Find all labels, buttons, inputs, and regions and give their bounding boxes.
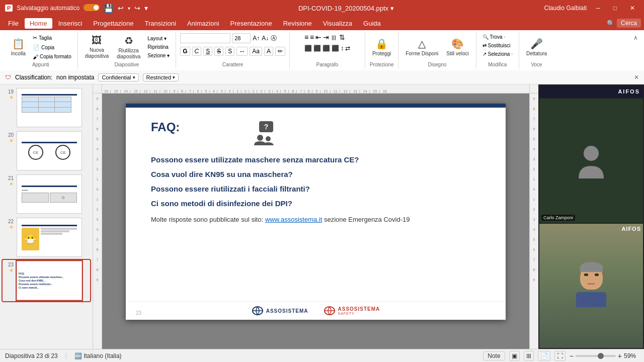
font-size-input[interactable]: 28 — [232, 33, 251, 43]
slide-thumb-19[interactable]: 19 ★ — [3, 87, 90, 128]
reuse-slide-button[interactable]: ♻ Riutilizzadiapositiva — [114, 34, 143, 61]
slide-canvas-wrapper[interactable]: FAQ: ? — [102, 94, 529, 349]
menu-progettazione[interactable]: Progettazione — [88, 18, 138, 29]
language-indicator[interactable]: 🔤 Italiano (Italia) — [74, 352, 122, 359]
menu-guida[interactable]: Guida — [358, 18, 386, 29]
language-label: Italiano (Italia) — [84, 352, 121, 359]
justify-btn[interactable]: ⬛ — [332, 45, 339, 52]
zoom-level[interactable]: 59% — [624, 352, 639, 359]
slide-panel[interactable]: 19 ★ 20 ★ CE CE — [0, 84, 93, 349]
search-icon: 🔍 — [607, 20, 615, 27]
menu-presentazione[interactable]: Presentazione — [225, 18, 277, 29]
bullet-btn[interactable]: ≡ — [304, 33, 308, 41]
menu-revisione[interactable]: Revisione — [278, 18, 317, 29]
menu-home[interactable]: Home — [25, 18, 52, 29]
case-btn[interactable]: Aa — [250, 47, 262, 56]
drawing-label: Disegno — [428, 62, 447, 67]
maximize-btn[interactable]: □ — [609, 4, 621, 13]
minimize-btn[interactable]: ─ — [592, 4, 604, 13]
indent-left-btn[interactable]: ⇤ — [315, 33, 321, 41]
align-center-btn[interactable]: ⬛ — [313, 45, 321, 52]
footer-logo-1: ASSOSISTEMA — [252, 306, 308, 316]
slide-thumb-22[interactable]: 22 ★ 😷 — [3, 217, 90, 258]
clear-format-icon[interactable]: Ⓐ — [271, 34, 277, 43]
indent-right-btn[interactable]: ⇥ — [323, 33, 329, 41]
undo-dropdown[interactable]: ▾ — [128, 6, 130, 11]
highlight-btn[interactable]: ✏ — [275, 47, 285, 56]
filename-dropdown[interactable]: ▾ — [390, 5, 394, 12]
menu-inserisci[interactable]: Inserisci — [53, 18, 88, 29]
classification-close[interactable]: ✕ — [634, 74, 639, 81]
close-btn[interactable]: ✕ — [626, 4, 639, 13]
font-name-input[interactable] — [180, 33, 230, 43]
protect-button[interactable]: 🔒 Proteggi — [369, 37, 394, 58]
normal-view-btn[interactable]: ▣ — [509, 351, 520, 361]
menu-file[interactable]: File — [3, 18, 24, 29]
undo-icon[interactable]: ↩ — [118, 4, 124, 12]
align-right-btn[interactable]: ⬛ — [323, 45, 330, 52]
select-button[interactable]: ↗ Seleziona · — [480, 50, 515, 58]
shadow-btn[interactable]: S — [225, 47, 234, 56]
person-silhouette-1 — [576, 143, 606, 178]
copy-button[interactable]: 📄 Copia — [31, 43, 73, 52]
paste-button[interactable]: 📋 Incolla — [8, 37, 29, 58]
slide-preview-22: 😷 — [17, 218, 82, 257]
zoom-control: − + 59% — [570, 352, 639, 360]
sort-btn[interactable]: ⇅ — [339, 33, 345, 41]
reading-view-btn[interactable]: 📄 — [538, 351, 550, 361]
align-left-btn[interactable]: ⬛ — [304, 45, 312, 52]
line-spacing-btn[interactable]: ↕ — [341, 45, 344, 52]
slide-thumb-21[interactable]: 21 ★ ▪▪▪▪▪▪▪ ⚙ — [3, 173, 90, 215]
columns-btn[interactable]: ⫼ — [331, 33, 338, 41]
collapse-ribbon[interactable]: ∧ — [631, 32, 640, 68]
menu-visualizza[interactable]: Visualizza — [318, 18, 357, 29]
convert-btn[interactable]: ⇄ — [345, 45, 350, 52]
find-button[interactable]: 🔍 Trova · — [480, 33, 507, 41]
increase-font-icon[interactable]: A↑ — [253, 35, 260, 42]
confidential-dropdown[interactable]: Confidential ▾ — [98, 73, 138, 81]
slide-thumb-20[interactable]: 20 ★ CE CE — [3, 130, 90, 171]
layout-button[interactable]: Layout ▾ — [145, 35, 172, 42]
numbered-btn[interactable]: ≡ — [310, 33, 314, 41]
zoom-plus-btn[interactable]: + — [618, 352, 622, 360]
cut-button[interactable]: ✂ Taglia — [31, 34, 73, 42]
restricted-arrow: ▾ — [173, 75, 175, 80]
decrease-font-icon[interactable]: A↓ — [262, 35, 269, 42]
faq-header: FAQ: ? — [151, 120, 480, 145]
autosave-toggle[interactable] — [84, 4, 100, 13]
replace-button[interactable]: ⇄ Sostituisci — [480, 42, 513, 49]
presentation-btn[interactable]: ⛶ — [554, 351, 566, 361]
classification-value: non impostata — [56, 74, 94, 81]
redo-icon[interactable]: ↪ — [134, 4, 140, 12]
italic-btn[interactable]: C — [192, 47, 202, 56]
dictate-button[interactable]: 🎤 Dettatura — [523, 37, 550, 58]
menu-transizioni[interactable]: Transizioni — [140, 18, 181, 29]
slide-sorter-btn[interactable]: ⊞ — [524, 351, 534, 361]
zoom-minus-btn[interactable]: − — [570, 352, 574, 360]
zoom-slider[interactable] — [576, 355, 616, 357]
font-color-btn[interactable]: A — [264, 47, 273, 56]
underline-btn[interactable]: S — [203, 47, 212, 56]
search-input[interactable]: Cerca — [617, 19, 641, 28]
slide-thumb-23[interactable]: 23 ★ FAQ: Possono essere utilizzate masc… — [3, 260, 90, 301]
strikethrough-btn[interactable]: S — [214, 47, 223, 56]
notes-button[interactable]: Note — [483, 351, 505, 360]
bold-btn[interactable]: G — [180, 47, 190, 56]
save-icon[interactable]: 💾 — [104, 4, 114, 13]
classification-label: Classification: — [15, 74, 52, 81]
answer-link[interactable]: www.assosistema.it — [265, 216, 322, 223]
ruler-horizontal: 16| 15| 14| 13| 12| 11| 10| 9| 8| 7| 6| … — [102, 84, 529, 94]
menu-animazioni[interactable]: Animazioni — [182, 18, 224, 29]
reset-button[interactable]: Ripristina — [145, 43, 172, 51]
new-slide-button[interactable]: 🖼 Nuovadiapositiva — [82, 34, 112, 60]
dictate-icon: 🎤 — [530, 38, 543, 50]
slides-label: Diapositive — [114, 62, 139, 67]
spacing-btn[interactable]: ↔ — [236, 47, 248, 56]
styles-button[interactable]: 🎨 Stili veloci — [443, 37, 471, 58]
format-painter-button[interactable]: 🖌 Copia formato — [31, 53, 73, 61]
restricted-dropdown[interactable]: Restricted ▾ — [143, 73, 179, 81]
shapes-button[interactable]: △ Forme Disponi — [403, 37, 441, 58]
faq-title: FAQ: — [151, 120, 180, 134]
section-button[interactable]: Sezione ▾ — [145, 52, 172, 59]
customize-icon[interactable]: ▾ — [144, 4, 148, 12]
